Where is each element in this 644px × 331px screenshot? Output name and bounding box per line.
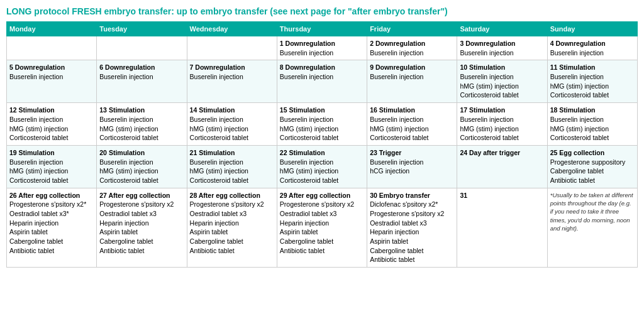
table-cell: 7 DownregulationBuserelin injection <box>187 60 277 103</box>
table-cell: 1 DownregulationBuserelin injection <box>277 36 367 60</box>
table-cell: 18 StimulationBuserelin injectionhMG (st… <box>547 103 637 146</box>
table-cell: 8 DownregulationBuserelin injection <box>277 60 367 103</box>
table-cell: 11 StimulationBuserelin injectionhMG (st… <box>547 60 637 103</box>
table-cell: 12 StimulationBuserelin injectionhMG (st… <box>7 103 97 146</box>
table-cell: 3 DownregulationBuserelin injection <box>457 36 547 60</box>
table-cell: *Usually to be taken at different points… <box>547 188 637 268</box>
table-cell: 17 StimulationBuserelin injectionhMG (st… <box>457 103 547 146</box>
table-cell: 15 StimulationBuserelin injectionhMG (st… <box>277 103 367 146</box>
table-cell: 2 DownregulationBuserelin injection <box>367 36 457 60</box>
table-cell <box>187 36 277 60</box>
table-cell: 26 After egg collectionProgesterone s'ps… <box>7 188 97 268</box>
page-title: LONG protocol FRESH embryo transfer: up … <box>6 6 638 16</box>
column-header-saturday: Saturday <box>457 22 547 36</box>
table-cell: 28 After egg collectionProgesterone s'ps… <box>187 188 277 268</box>
schedule-table: MondayTuesdayWednesdayThursdayFridaySatu… <box>6 21 638 268</box>
table-cell: 4 DownregulationBuserelin injection <box>547 36 637 60</box>
table-cell: 13 StimulationBuserelin injectionhMG (st… <box>97 103 187 146</box>
table-cell: 29 After egg collectionProgesterone s'ps… <box>277 188 367 268</box>
column-header-sunday: Sunday <box>547 22 637 36</box>
table-cell: 30 Embryo transferDiclofenac s'psitory x… <box>367 188 457 268</box>
column-header-thursday: Thursday <box>277 22 367 36</box>
column-header-monday: Monday <box>7 22 97 36</box>
table-cell: 20 StimulationBuserelin injectionhMG (st… <box>97 145 187 188</box>
table-cell: 6 DownregulationBuserelin injection <box>97 60 187 103</box>
table-cell: 22 StimulationBuserelin injectionhMG (st… <box>277 145 367 188</box>
table-cell: 31 <box>457 188 547 268</box>
table-cell: 9 DownregulationBuserelin injection <box>367 60 457 103</box>
column-header-tuesday: Tuesday <box>97 22 187 36</box>
table-cell: 5 DownregulationBuserelin injection <box>7 60 97 103</box>
table-cell <box>7 36 97 60</box>
table-cell: 16 StimulationBuserelin injectionhMG (st… <box>367 103 457 146</box>
table-cell: 27 After egg collectionProgesterone s'ps… <box>97 188 187 268</box>
table-cell: 24 Day after trigger <box>457 145 547 188</box>
table-cell: 25 Egg collectionProgesterone suppositor… <box>547 145 637 188</box>
table-cell: 10 StimulationBuserelin injectionhMG (st… <box>457 60 547 103</box>
column-header-wednesday: Wednesday <box>187 22 277 36</box>
table-cell: 19 StimulationBuserelin injectionhMG (st… <box>7 145 97 188</box>
table-cell <box>97 36 187 60</box>
table-cell: 21 StimulationBuserelin injectionhMG (st… <box>187 145 277 188</box>
column-header-friday: Friday <box>367 22 457 36</box>
table-cell: 23 TriggerBuserelin injectionhCG injecti… <box>367 145 457 188</box>
table-cell: 14 StimulationBuserelin injectionhMG (st… <box>187 103 277 146</box>
